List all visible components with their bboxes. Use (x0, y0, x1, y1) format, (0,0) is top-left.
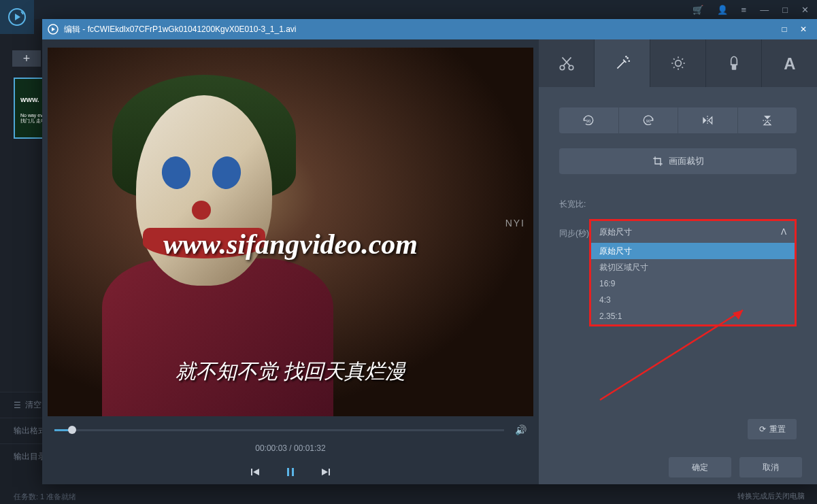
aspect-select[interactable]: 原始尺寸 ᐱ (591, 221, 795, 243)
aspect-dropdown-highlight: 原始尺寸 ᐱ 原始尺寸 裁切区域尺寸 16:9 4:3 2.35:1 (589, 219, 797, 326)
reset-button[interactable]: ⟳ 重置 (748, 419, 797, 439)
flip-horizontal-button[interactable] (678, 107, 738, 133)
chevron-up-icon: ᐱ (781, 227, 786, 237)
close-icon[interactable]: ✕ (801, 5, 809, 15)
aspect-options-list: 原始尺寸 裁切区域尺寸 16:9 4:3 2.35:1 (591, 243, 795, 324)
svg-rect-28 (731, 65, 736, 70)
aspect-option-169[interactable]: 16:9 (591, 275, 795, 292)
svg-text:90: 90 (586, 119, 591, 123)
modal-app-icon (48, 24, 59, 35)
modal-maximize-button[interactable]: □ (776, 22, 793, 36)
menu-icon[interactable]: ≡ (741, 5, 747, 15)
tab-effects[interactable] (595, 39, 650, 87)
tab-trim[interactable] (539, 39, 595, 87)
user-icon[interactable]: 👤 (717, 5, 728, 15)
svg-point-19 (675, 61, 681, 67)
svg-marker-8 (322, 469, 328, 475)
time-display: 00:00:03 / 00:01:32 (42, 443, 539, 453)
video-preview: www.sifangvideo.com NYI 就不知不觉 找回天真烂漫 (48, 48, 533, 416)
svg-rect-6 (287, 468, 289, 476)
svg-rect-9 (329, 469, 330, 475)
aspect-option-original[interactable]: 原始尺寸 (591, 243, 795, 259)
refresh-icon: ⟳ (759, 424, 766, 434)
svg-marker-35 (764, 116, 771, 119)
modal-footer: 确定 取消 (539, 450, 817, 484)
svg-text:A: A (784, 54, 795, 72)
svg-point-16 (627, 58, 628, 58)
svg-line-14 (617, 61, 624, 69)
side-text: NYI (505, 218, 525, 229)
volume-icon[interactable]: 🔊 (515, 424, 527, 435)
crop-button[interactable]: 画面裁切 (559, 148, 797, 174)
video-subtitle: 就不知不觉 找回天真烂漫 (48, 358, 533, 386)
modal-titlebar: 编辑 - fcCWIEkdlx07CFrP1wGk01041200KgvX0E0… (42, 19, 817, 39)
svg-point-17 (629, 61, 629, 61)
progress-bar[interactable]: 🔊 (54, 423, 527, 437)
rotate-ccw-button[interactable]: 90 (559, 107, 619, 133)
svg-line-26 (673, 67, 675, 68)
aspect-label: 长宽比: (559, 199, 599, 210)
aspect-option-43[interactable]: 4:3 (591, 292, 795, 308)
next-button[interactable] (316, 463, 335, 482)
prev-button[interactable] (246, 463, 265, 482)
svg-marker-33 (709, 117, 712, 124)
svg-line-25 (682, 67, 683, 68)
auto-shutdown-label: 转换完成后关闭电脑 (737, 491, 805, 501)
maximize-icon[interactable]: □ (782, 5, 788, 15)
transform-buttons: 90 90 (559, 107, 797, 133)
app-logo (0, 0, 34, 34)
svg-line-27 (682, 58, 683, 60)
edit-modal: 编辑 - fcCWIEkdlx07CFrP1wGk01041200KgvX0E0… (42, 19, 817, 484)
video-watermark: www.sifangvideo.com (48, 228, 533, 261)
cart-icon[interactable]: 🛒 (693, 5, 703, 15)
tab-watermark[interactable] (706, 39, 762, 87)
main-titlebar: 🛒 👤 ≡ — □ ✕ (0, 0, 817, 19)
tool-tabs: A (539, 39, 817, 87)
modal-title: 编辑 - fcCWIEkdlx07CFrP1wGk01041200KgvX0E0… (64, 24, 773, 35)
svg-marker-5 (253, 469, 259, 475)
svg-marker-32 (703, 117, 707, 124)
svg-point-18 (625, 56, 626, 57)
svg-marker-3 (52, 27, 55, 31)
tab-text[interactable]: A (762, 39, 817, 87)
playback-controls (42, 463, 539, 482)
aspect-option-crop[interactable]: 裁切区域尺寸 (591, 259, 795, 275)
svg-line-24 (673, 58, 675, 60)
rotate-cw-button[interactable]: 90 (619, 107, 679, 133)
add-button[interactable]: + (12, 50, 41, 67)
svg-text:90: 90 (646, 119, 650, 123)
tools-panel: A 90 90 画面裁切 长宽比: 同步(秒): 原始尺寸 (539, 39, 817, 484)
svg-rect-7 (292, 468, 294, 476)
svg-marker-36 (764, 122, 771, 125)
tab-adjust[interactable] (650, 39, 706, 87)
cancel-button[interactable]: 取消 (739, 457, 802, 477)
aspect-option-235[interactable]: 2.35:1 (591, 308, 795, 324)
svg-marker-1 (15, 14, 20, 20)
svg-rect-4 (251, 469, 252, 475)
flip-vertical-button[interactable] (738, 107, 797, 133)
ok-button[interactable]: 确定 (669, 457, 731, 477)
minimize-icon[interactable]: — (760, 5, 769, 15)
pause-button[interactable] (281, 463, 300, 482)
status-bar: 任务数: 1 准备就绪 (0, 489, 817, 504)
preview-panel: www.sifangvideo.com NYI 就不知不觉 找回天真烂漫 🔊 0… (42, 39, 539, 484)
modal-close-button[interactable]: ✕ (795, 22, 812, 36)
